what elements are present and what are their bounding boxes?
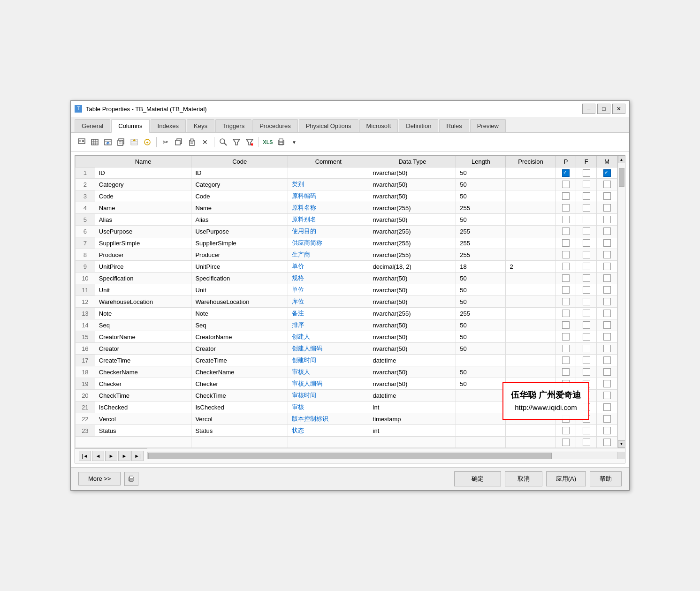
- cell-m[interactable]: [597, 284, 617, 296]
- tab-preview[interactable]: Preview: [470, 119, 506, 132]
- cell-f[interactable]: [576, 273, 597, 284]
- m-checkbox[interactable]: [603, 310, 611, 317]
- f-checkbox[interactable]: [583, 181, 590, 188]
- m-checkbox[interactable]: [603, 169, 611, 177]
- cell-f[interactable]: [576, 437, 597, 448]
- f-checkbox[interactable]: [583, 321, 590, 329]
- cell-p[interactable]: [555, 190, 576, 202]
- cell-p[interactable]: [555, 202, 576, 214]
- cell-m[interactable]: [597, 437, 617, 448]
- cell-p[interactable]: [555, 425, 576, 437]
- cell-f[interactable]: [576, 179, 597, 190]
- table-row[interactable]: 7SupplierSimpleSupplierSimple供应商简称nvarch…: [76, 237, 617, 249]
- cell-m[interactable]: [597, 402, 617, 413]
- scroll-down-button[interactable]: ▼: [618, 440, 625, 448]
- table-row[interactable]: 1IDIDnvarchar(50)50: [76, 167, 617, 179]
- m-checkbox[interactable]: [603, 286, 611, 294]
- paste-button[interactable]: [186, 136, 198, 148]
- filter2-button[interactable]: [243, 136, 256, 148]
- tab-columns[interactable]: Columns: [111, 119, 149, 133]
- export-button[interactable]: XLS: [262, 136, 274, 148]
- p-checkbox[interactable]: [562, 227, 570, 235]
- p-checkbox[interactable]: [562, 169, 570, 177]
- p-checkbox[interactable]: [562, 321, 570, 329]
- cell-p[interactable]: [555, 296, 576, 308]
- nav-next-button[interactable]: ►: [118, 451, 130, 461]
- minimize-button[interactable]: –: [582, 104, 595, 114]
- tab-microsoft[interactable]: Microsoft: [359, 119, 398, 132]
- close-button[interactable]: ✕: [612, 104, 625, 114]
- f-checkbox[interactable]: [583, 227, 590, 235]
- f-checkbox[interactable]: [583, 368, 590, 376]
- table-row[interactable]: 13NoteNote备注nvarchar(255)255: [76, 308, 617, 319]
- cell-p[interactable]: [555, 261, 576, 273]
- scroll-up-button[interactable]: ▲: [618, 156, 625, 163]
- tab-keys[interactable]: Keys: [187, 119, 214, 132]
- properties-button[interactable]: [76, 136, 88, 148]
- f-checkbox[interactable]: [583, 298, 590, 305]
- cell-p[interactable]: [555, 331, 576, 343]
- cell-f[interactable]: [576, 343, 597, 355]
- f-checkbox[interactable]: [583, 345, 590, 352]
- m-checkbox[interactable]: [603, 345, 611, 352]
- cell-p[interactable]: [555, 167, 576, 179]
- cell-p[interactable]: [555, 437, 576, 448]
- m-checkbox[interactable]: [603, 239, 611, 247]
- cell-f[interactable]: [576, 425, 597, 437]
- delete-button[interactable]: ✕: [199, 136, 211, 148]
- f-checkbox[interactable]: [583, 239, 590, 247]
- move-up-button[interactable]: [128, 136, 140, 148]
- table-row[interactable]: 16CreatorCreator创建人编码nvarchar(50)50: [76, 343, 617, 355]
- cell-m[interactable]: [597, 202, 617, 214]
- scroll-track[interactable]: [618, 163, 625, 440]
- f-checkbox[interactable]: [583, 216, 590, 223]
- tab-rules[interactable]: Rules: [439, 119, 469, 132]
- insert-column-button[interactable]: [102, 136, 114, 148]
- table-row[interactable]: 11UnitUnit单位nvarchar(50)50: [76, 284, 617, 296]
- m-checkbox[interactable]: [603, 181, 611, 188]
- cut-button[interactable]: ✂: [160, 136, 172, 148]
- cell-p[interactable]: [555, 284, 576, 296]
- m-checkbox[interactable]: [603, 356, 611, 364]
- nav-last-button[interactable]: ►|: [131, 451, 144, 461]
- m-checkbox[interactable]: [603, 392, 611, 399]
- table-row[interactable]: 8ProducerProducer生产商nvarchar(255)255: [76, 249, 617, 261]
- object-button[interactable]: ✦: [141, 136, 153, 148]
- cell-m[interactable]: [597, 390, 617, 402]
- f-checkbox[interactable]: [583, 263, 590, 270]
- table-row[interactable]: 6UsePurposeUsePurpose使用目的nvarchar(255)25…: [76, 226, 617, 237]
- cell-p[interactable]: [555, 237, 576, 249]
- cell-m[interactable]: [597, 226, 617, 237]
- m-checkbox[interactable]: [603, 439, 611, 446]
- p-checkbox[interactable]: [562, 251, 570, 258]
- cell-f[interactable]: [576, 226, 597, 237]
- m-checkbox[interactable]: [603, 216, 611, 223]
- p-checkbox[interactable]: [562, 298, 570, 305]
- p-checkbox[interactable]: [562, 345, 570, 352]
- cell-m[interactable]: [597, 261, 617, 273]
- more-button[interactable]: More >>: [78, 472, 121, 485]
- f-checkbox[interactable]: [583, 204, 590, 212]
- table-row[interactable]: [76, 437, 617, 448]
- cell-p[interactable]: [555, 226, 576, 237]
- table-row[interactable]: 4NameName原料名称nvarchar(255)255: [76, 202, 617, 214]
- p-checkbox[interactable]: [562, 356, 570, 364]
- cell-m[interactable]: [597, 273, 617, 284]
- cell-m[interactable]: [597, 190, 617, 202]
- m-checkbox[interactable]: [603, 227, 611, 235]
- nav-next-single-button[interactable]: ►: [105, 451, 117, 461]
- cell-p[interactable]: [555, 343, 576, 355]
- f-checkbox[interactable]: [583, 333, 590, 341]
- table-row[interactable]: 18CheckerNameCheckerName审核人nvarchar(50)5…: [76, 366, 617, 378]
- confirm-button[interactable]: 确定: [454, 471, 501, 486]
- cell-f[interactable]: [576, 355, 597, 366]
- cell-m[interactable]: [597, 179, 617, 190]
- table-row[interactable]: 3CodeCode原料编码nvarchar(50)50: [76, 190, 617, 202]
- cell-m[interactable]: [597, 366, 617, 378]
- table-row[interactable]: 5AliasAlias原料别名nvarchar(50)50: [76, 214, 617, 226]
- cell-f[interactable]: [576, 261, 597, 273]
- cell-m[interactable]: [597, 331, 617, 343]
- tab-triggers[interactable]: Triggers: [215, 119, 251, 132]
- cell-f[interactable]: [576, 284, 597, 296]
- f-checkbox[interactable]: [583, 274, 590, 282]
